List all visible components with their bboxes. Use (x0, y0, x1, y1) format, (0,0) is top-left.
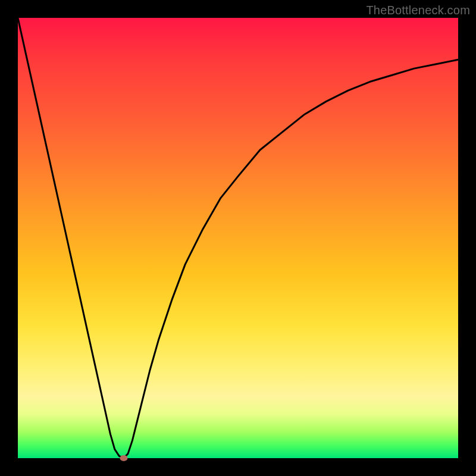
operating-point-marker (120, 455, 127, 461)
curve-svg (18, 18, 458, 458)
plot-area (18, 18, 458, 458)
bottleneck-curve (18, 18, 458, 458)
chart-container: TheBottleneck.com (0, 0, 476, 476)
watermark-text: TheBottleneck.com (366, 4, 470, 17)
